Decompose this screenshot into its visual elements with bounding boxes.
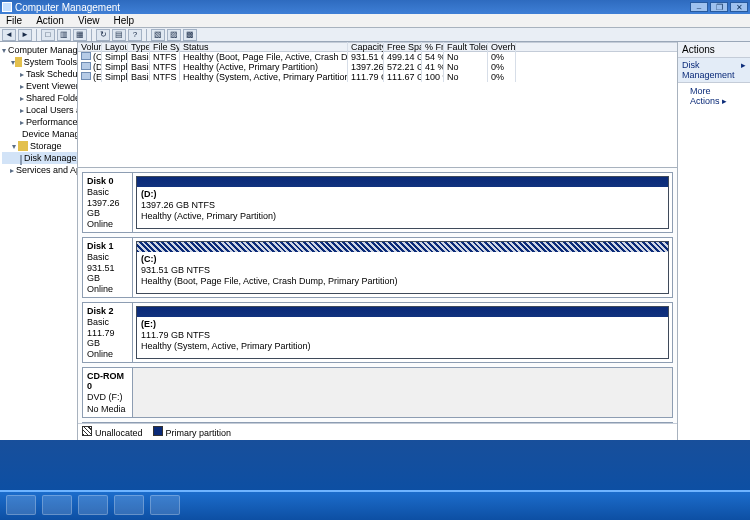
menu-action[interactable]: Action (34, 15, 66, 26)
partition-bar (137, 307, 668, 317)
tree-performance[interactable]: ▸Performance (2, 116, 77, 128)
actions-pane: Actions Disk Management▸ More Actions ▸ (678, 42, 750, 440)
tree-device-manager[interactable]: Device Manager (2, 128, 77, 140)
drive-icon (81, 52, 91, 60)
disk-info[interactable]: CD-ROM 0 DVD (F:) No Media (83, 368, 133, 417)
volume-header-row[interactable]: Volume Layout Type File System Status Ca… (78, 42, 677, 52)
close-button[interactable]: ✕ (730, 2, 748, 12)
window-title: Computer Management (15, 2, 690, 13)
more-actions-link[interactable]: More Actions ▸ (678, 83, 750, 109)
tree-shared-folders[interactable]: ▸Shared Folders (2, 92, 77, 104)
primary-swatch (153, 426, 163, 436)
col-fs[interactable]: File System (150, 42, 180, 52)
forward-button[interactable]: ► (18, 29, 32, 41)
partition-bar (137, 177, 668, 187)
partition[interactable]: (C:) 931.51 GB NTFS Healthy (Boot, Page … (136, 241, 669, 294)
refresh-button[interactable]: ↻ (96, 29, 110, 41)
taskbar-button[interactable] (114, 495, 144, 515)
extra-button[interactable]: ▧ (151, 29, 165, 41)
col-fault[interactable]: Fault Tolerance (444, 42, 488, 52)
desktop-background (0, 440, 750, 490)
tree-local-users[interactable]: ▸Local Users and Gr (2, 104, 77, 116)
disk-info[interactable]: Disk 0 Basic 1397.26 GB Online (83, 173, 133, 232)
minimize-button[interactable]: – (690, 2, 708, 12)
tree-event-viewer[interactable]: ▸Event Viewer (2, 80, 77, 92)
disk-info[interactable]: Disk 1 Basic 931.51 GB Online (83, 238, 133, 297)
taskbar[interactable] (0, 490, 750, 520)
partition[interactable]: (D:) 1397.26 GB NTFS Healthy (Active, Pr… (136, 176, 669, 229)
disk-row[interactable]: Disk 1 Basic 931.51 GB Online (C:) 931.5… (82, 237, 673, 298)
actions-header: Actions (678, 42, 750, 58)
restore-button[interactable]: ❐ (710, 2, 728, 12)
properties-button[interactable]: ▦ (73, 29, 87, 41)
tree-task-scheduler[interactable]: ▸Task Scheduler (2, 68, 77, 80)
export-button[interactable]: ▤ (112, 29, 126, 41)
optical-drive-row[interactable]: CD-ROM 0 DVD (F:) No Media (82, 367, 673, 418)
taskbar-button[interactable] (78, 495, 108, 515)
drive-icon (81, 62, 91, 70)
menu-file[interactable]: File (4, 15, 24, 26)
tree-services[interactable]: ▸Services and Applicat (2, 164, 77, 176)
taskbar-button[interactable] (150, 495, 180, 515)
disk-row[interactable]: Disk 0 Basic 1397.26 GB Online (D:) 1397… (82, 172, 673, 233)
col-layout[interactable]: Layout (102, 42, 128, 52)
disk-row[interactable]: Disk 2 Basic 111.79 GB Online (E:) 111.7… (82, 302, 673, 363)
up-button[interactable]: □ (41, 29, 55, 41)
menu-bar: File Action View Help (0, 14, 750, 28)
extra-button[interactable]: ▨ (167, 29, 181, 41)
title-bar[interactable]: Computer Management – ❐ ✕ (0, 0, 750, 14)
col-overhead[interactable]: Overhead (488, 42, 516, 52)
col-status[interactable]: Status (180, 42, 348, 52)
col-capacity[interactable]: Capacity (348, 42, 384, 52)
help-button[interactable]: ? (128, 29, 142, 41)
col-free[interactable]: Free Space (384, 42, 422, 52)
navigation-tree[interactable]: ▾Computer Management ▾System Tools ▸Task… (0, 42, 78, 440)
toolbar-sep (91, 29, 92, 41)
tree-system-tools[interactable]: ▾System Tools (2, 56, 77, 68)
col-pct[interactable]: % Free (422, 42, 444, 52)
app-icon (2, 2, 12, 12)
partition-bar (137, 242, 668, 252)
volume-row[interactable]: (E:)SimpleBasicNTFSHealthy (System, Acti… (78, 72, 677, 82)
disk-graphical-view[interactable]: Disk 0 Basic 1397.26 GB Online (D:) 1397… (78, 168, 677, 423)
taskbar-button[interactable] (42, 495, 72, 515)
tree-root[interactable]: ▾Computer Management (2, 44, 77, 56)
disk-info[interactable]: Disk 2 Basic 111.79 GB Online (83, 303, 133, 362)
col-type[interactable]: Type (128, 42, 150, 52)
menu-help[interactable]: Help (111, 15, 136, 26)
chevron-right-icon: ▸ (722, 96, 727, 106)
section-arrow-icon: ▸ (741, 60, 746, 80)
back-button[interactable]: ◄ (2, 29, 16, 41)
toolbar-sep (146, 29, 147, 41)
tree-disk-management[interactable]: Disk Management (2, 152, 77, 164)
toolbar: ◄ ► □ ▥ ▦ ↻ ▤ ? ▧ ▨ ▩ (0, 28, 750, 42)
unallocated-swatch (82, 426, 92, 436)
col-volume[interactable]: Volume (78, 42, 102, 52)
volume-list[interactable]: (C:)SimpleBasicNTFSHealthy (Boot, Page F… (78, 52, 677, 168)
toolbar-sep (36, 29, 37, 41)
drive-icon (81, 72, 91, 80)
actions-section[interactable]: Disk Management▸ (678, 58, 750, 83)
taskbar-button[interactable] (6, 495, 36, 515)
legend: Unallocated Primary partition (78, 423, 677, 440)
partition[interactable]: (E:) 111.79 GB NTFS Healthy (System, Act… (136, 306, 669, 359)
show-hide-button[interactable]: ▥ (57, 29, 71, 41)
tree-storage[interactable]: ▾Storage (2, 140, 77, 152)
menu-view[interactable]: View (76, 15, 102, 26)
volume-row[interactable]: (C:)SimpleBasicNTFSHealthy (Boot, Page F… (78, 52, 677, 62)
volume-row[interactable]: (D:)SimpleBasicNTFSHealthy (Active, Prim… (78, 62, 677, 72)
extra-button[interactable]: ▩ (183, 29, 197, 41)
